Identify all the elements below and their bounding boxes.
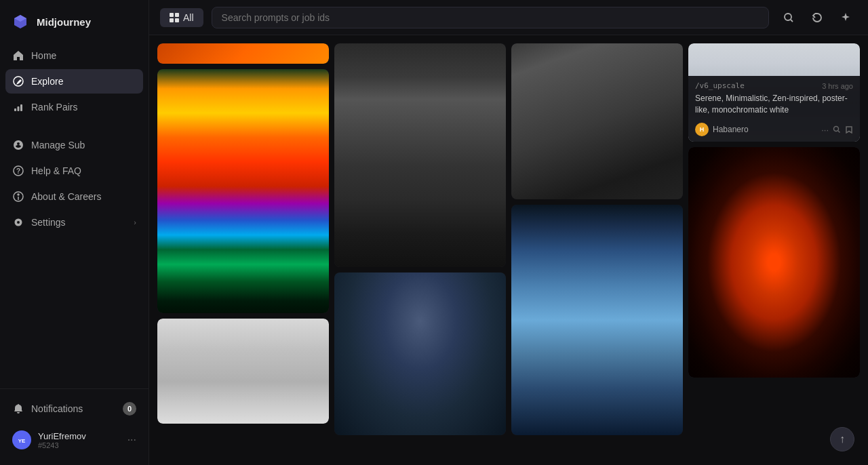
home-icon bbox=[12, 49, 24, 62]
sidebar-item-label: Settings bbox=[31, 217, 66, 228]
search-icon bbox=[783, 12, 794, 23]
sidebar: Midjourney Home Explore bbox=[0, 0, 149, 465]
sidebar-item-rank-pairs[interactable]: Rank Pairs bbox=[5, 95, 143, 119]
notifications-label: Notifications bbox=[31, 403, 83, 414]
sidebar-item-label: Help & FAQ bbox=[31, 165, 81, 176]
notifications-item[interactable]: Notifications 0 bbox=[5, 396, 143, 422]
sidebar-bottom: Notifications 0 YE YuriEfremov #5243 ··· bbox=[0, 388, 149, 465]
sparkle-button[interactable] bbox=[834, 6, 857, 29]
avatar: YE bbox=[12, 430, 31, 449]
tooltip-actions: ··· bbox=[821, 125, 853, 135]
gallery-column-1 bbox=[157, 43, 329, 424]
tooltip-footer: H Habanero ··· bbox=[695, 120, 853, 139]
gallery-card-castle[interactable] bbox=[157, 69, 329, 313]
chevron-right-icon: › bbox=[134, 218, 136, 226]
gallery-column-4: /v6_upscale 3 hrs ago Serene, Minimalist… bbox=[688, 43, 860, 378]
svg-rect-8 bbox=[170, 13, 174, 17]
card-image-robot bbox=[511, 205, 683, 435]
gallery-card-floating[interactable]: /v6_upscale 3 hrs ago Serene, Minimalist… bbox=[688, 43, 860, 142]
gallery-card-astronaut[interactable] bbox=[334, 272, 506, 435]
topbar-actions bbox=[777, 6, 857, 29]
card-tooltip: /v6_upscale 3 hrs ago Serene, Minimalist… bbox=[688, 76, 860, 142]
grid-icon bbox=[170, 13, 179, 22]
user-profile[interactable]: YE YuriEfremov #5243 ··· bbox=[5, 424, 143, 456]
brand-label: Midjourney bbox=[37, 16, 91, 28]
refresh-button[interactable] bbox=[806, 6, 829, 29]
svg-rect-9 bbox=[175, 13, 179, 17]
main-content: All bbox=[149, 0, 868, 465]
sidebar-item-settings[interactable]: Settings › bbox=[5, 210, 143, 235]
search-button[interactable] bbox=[777, 6, 800, 29]
tooltip-description: Serene, Minimalistic, Zen-inspired, post… bbox=[695, 93, 853, 116]
svg-point-13 bbox=[834, 127, 839, 132]
gallery-card-statue[interactable] bbox=[157, 319, 329, 424]
about-icon bbox=[12, 190, 24, 203]
sidebar-item-help[interactable]: ? Help & FAQ bbox=[5, 159, 143, 183]
sidebar-header[interactable]: Midjourney bbox=[0, 0, 149, 41]
sidebar-item-label: Home bbox=[31, 50, 56, 61]
user-name: YuriEfremov bbox=[38, 431, 121, 441]
sidebar-item-label: Rank Pairs bbox=[31, 102, 77, 113]
card-image-robed bbox=[334, 43, 506, 267]
card-image-castle bbox=[157, 69, 329, 313]
masonry-grid: /v6_upscale 3 hrs ago Serene, Minimalist… bbox=[157, 43, 860, 435]
gallery-column-3 bbox=[511, 43, 683, 435]
rank-icon bbox=[12, 101, 24, 113]
card-image-face bbox=[511, 43, 683, 199]
tooltip-more-btn[interactable]: ··· bbox=[821, 125, 829, 135]
sidebar-item-explore[interactable]: Explore bbox=[5, 69, 143, 94]
gallery-card[interactable] bbox=[157, 43, 329, 64]
svg-text:?: ? bbox=[16, 167, 20, 175]
tooltip-avatar: H bbox=[695, 123, 709, 136]
tooltip-command: /v6_upscale bbox=[695, 81, 745, 90]
gallery-card-robot[interactable] bbox=[511, 205, 683, 435]
sidebar-nav: Home Explore Rank Pairs bbox=[0, 41, 149, 388]
tooltip-bookmark-btn[interactable] bbox=[845, 125, 853, 134]
gallery-card-robed[interactable] bbox=[334, 43, 506, 267]
scroll-to-top-button[interactable]: ↑ bbox=[830, 427, 854, 451]
svg-text:YE: YE bbox=[18, 438, 26, 444]
topbar: All bbox=[149, 0, 868, 35]
sidebar-item-manage-sub[interactable]: Manage Sub bbox=[5, 133, 143, 157]
midjourney-logo-icon bbox=[11, 12, 30, 31]
settings-icon bbox=[12, 216, 24, 228]
card-image-astronaut bbox=[334, 272, 506, 435]
sidebar-item-label: Manage Sub bbox=[31, 140, 85, 150]
user-id: #5243 bbox=[38, 441, 121, 449]
user-info: YuriEfremov #5243 bbox=[38, 431, 121, 449]
bell-icon bbox=[12, 403, 24, 415]
tooltip-username: Habanero bbox=[713, 125, 817, 134]
gallery[interactable]: /v6_upscale 3 hrs ago Serene, Minimalist… bbox=[149, 35, 868, 465]
manage-icon bbox=[12, 139, 24, 151]
card-image-pyramid bbox=[688, 147, 860, 378]
card-image-statue bbox=[157, 319, 329, 424]
tab-all-label: All bbox=[183, 12, 194, 23]
sidebar-item-home[interactable]: Home bbox=[5, 43, 143, 68]
card-image-top-orange bbox=[157, 43, 329, 64]
tooltip-time: 3 hrs ago bbox=[822, 82, 853, 90]
sidebar-item-label: Explore bbox=[31, 76, 63, 87]
gallery-card-pyramid[interactable] bbox=[688, 147, 860, 378]
more-icon[interactable]: ··· bbox=[127, 434, 136, 446]
svg-rect-1 bbox=[14, 108, 16, 111]
tab-all[interactable]: All bbox=[160, 8, 203, 27]
gallery-card-face[interactable] bbox=[511, 43, 683, 199]
sparkle-icon bbox=[840, 12, 851, 23]
gallery-column-2 bbox=[334, 43, 506, 435]
help-icon: ? bbox=[12, 165, 24, 177]
svg-rect-10 bbox=[170, 18, 174, 22]
tooltip-avatar-initials: H bbox=[700, 126, 705, 133]
svg-rect-3 bbox=[20, 104, 22, 111]
sidebar-item-label: About & Careers bbox=[31, 191, 102, 202]
tooltip-search-btn[interactable] bbox=[833, 125, 841, 134]
scroll-to-top-icon: ↑ bbox=[840, 433, 845, 445]
search-input[interactable] bbox=[212, 7, 769, 28]
sidebar-item-about[interactable]: About & Careers bbox=[5, 184, 143, 209]
explore-icon bbox=[12, 75, 24, 87]
svg-rect-11 bbox=[175, 18, 179, 22]
svg-point-12 bbox=[785, 14, 791, 20]
refresh-icon bbox=[812, 12, 823, 23]
svg-rect-2 bbox=[18, 106, 20, 111]
notification-count: 0 bbox=[123, 402, 136, 416]
tooltip-header: /v6_upscale 3 hrs ago bbox=[695, 81, 853, 90]
